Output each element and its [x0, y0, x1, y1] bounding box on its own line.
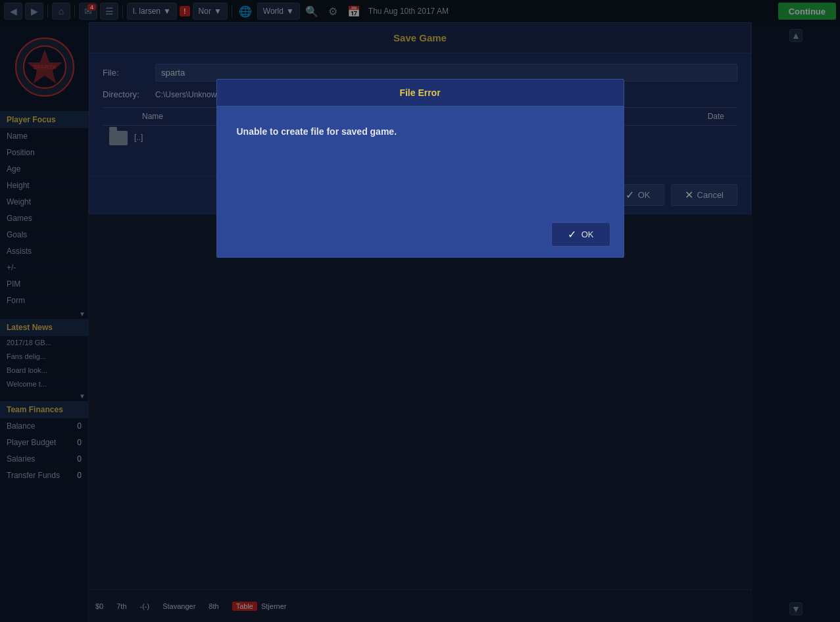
file-error-ok-button[interactable]: ✓ OK [551, 222, 610, 247]
file-error-overlay: File Error Unable to create file for sav… [0, 0, 840, 622]
file-error-title: File Error [217, 80, 624, 107]
file-error-ok-label: OK [581, 229, 594, 239]
file-error-dialog: File Error Unable to create file for sav… [216, 79, 624, 258]
file-error-body: Unable to create file for saved game. [217, 107, 624, 212]
file-error-ok-checkmark-icon: ✓ [568, 228, 576, 241]
file-error-message: Unable to create file for saved game. [237, 126, 604, 137]
file-error-footer: ✓ OK [217, 212, 624, 257]
